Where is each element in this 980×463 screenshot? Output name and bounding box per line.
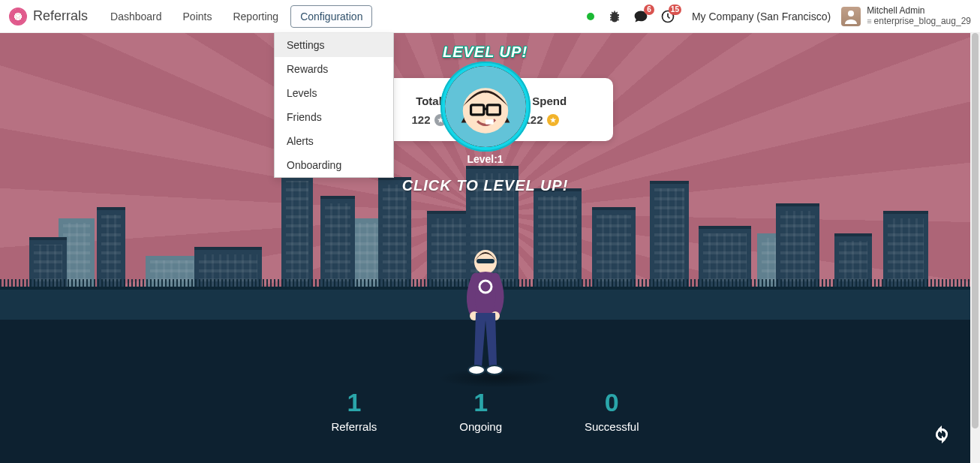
level-text: Level:1 bbox=[467, 153, 503, 165]
avatar-image-icon bbox=[445, 66, 526, 147]
company-switcher[interactable]: My Company (San Francisco) bbox=[692, 11, 831, 23]
star-gold-icon bbox=[547, 114, 559, 126]
dashboard-hero: Level up! Total 122 To Spend 122 bbox=[0, 33, 970, 463]
app-title: Referrals bbox=[33, 8, 88, 24]
dropdown-alerts[interactable]: Alerts bbox=[275, 129, 393, 153]
top-navbar: Referrals Dashboard Points Reporting Con… bbox=[0, 0, 980, 33]
activities-badge: 15 bbox=[669, 5, 681, 15]
svg-point-3 bbox=[462, 88, 507, 133]
user-name: Mitchell Admin bbox=[867, 6, 971, 16]
counter-referrals-label: Referrals bbox=[331, 420, 377, 433]
nav-reporting[interactable]: Reporting bbox=[224, 6, 287, 27]
messages-icon[interactable]: 6 bbox=[633, 9, 648, 24]
debug-icon[interactable] bbox=[608, 10, 621, 23]
activities-icon[interactable]: 15 bbox=[660, 9, 675, 24]
user-menu[interactable]: Mitchell Admin enterprise_blog_aug_29 bbox=[841, 6, 971, 26]
user-text: Mitchell Admin enterprise_blog_aug_29 bbox=[867, 6, 971, 26]
counter-ongoing-label: Ongoing bbox=[459, 420, 502, 433]
nav-points[interactable]: Points bbox=[174, 6, 221, 27]
svg-point-1 bbox=[848, 11, 854, 17]
counter-successful-label: Successful bbox=[585, 420, 639, 433]
dropdown-onboarding[interactable]: Onboarding bbox=[275, 153, 393, 177]
dropdown-settings[interactable]: Settings bbox=[275, 33, 393, 57]
vertical-scrollbar[interactable] bbox=[970, 33, 980, 463]
dropdown-friends[interactable]: Friends bbox=[275, 105, 393, 129]
counter-successful-value: 0 bbox=[585, 388, 639, 417]
counter-ongoing-value: 1 bbox=[459, 388, 502, 417]
db-name: enterprise_blog_aug_29 bbox=[867, 17, 971, 26]
counter-ongoing: 1 Ongoing bbox=[459, 388, 502, 433]
nav-dashboard[interactable]: Dashboard bbox=[101, 6, 171, 27]
counter-referrals: 1 Referrals bbox=[331, 388, 377, 433]
click-levelup-hint[interactable]: Click to level up! bbox=[402, 177, 569, 194]
user-avatar-icon bbox=[841, 7, 861, 26]
counter-referrals-value: 1 bbox=[331, 388, 377, 417]
nav-items: Dashboard Points Reporting Configuration bbox=[101, 5, 372, 28]
dropdown-levels[interactable]: Levels bbox=[275, 81, 393, 105]
brand[interactable]: Referrals bbox=[9, 8, 88, 26]
messages-badge: 6 bbox=[644, 5, 654, 15]
nav-configuration[interactable]: Configuration bbox=[290, 5, 372, 28]
svg-point-13 bbox=[468, 365, 485, 374]
svg-rect-9 bbox=[476, 259, 495, 263]
svg-rect-7 bbox=[485, 119, 494, 124]
svg-point-14 bbox=[486, 365, 503, 374]
app-logo-icon bbox=[9, 8, 27, 26]
character-icon bbox=[459, 245, 512, 380]
counter-successful: 0 Successful bbox=[585, 388, 639, 433]
presence-dot-icon bbox=[587, 13, 594, 20]
counters-row: 1 Referrals 1 Ongoing 0 Successful bbox=[331, 388, 639, 433]
refresh-button[interactable] bbox=[930, 422, 954, 446]
avatar-ring[interactable] bbox=[440, 62, 531, 152]
levelup-banner: Level up! bbox=[443, 44, 528, 61]
scrollbar-thumb[interactable] bbox=[972, 33, 978, 428]
configuration-dropdown: Settings Rewards Levels Friends Alerts O… bbox=[274, 33, 394, 178]
total-value: 122 bbox=[411, 113, 430, 126]
dropdown-rewards[interactable]: Rewards bbox=[275, 57, 393, 81]
